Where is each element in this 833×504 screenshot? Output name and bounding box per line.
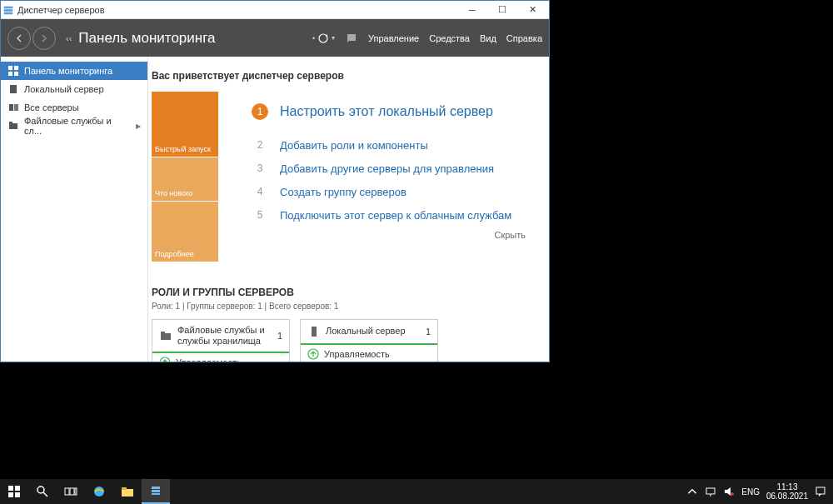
- header-bar: ‹‹ Панель мониторинга • ▾ Управление Сре…: [1, 19, 549, 57]
- refresh-dropdown[interactable]: • ▾: [312, 32, 335, 45]
- svg-rect-4: [8, 66, 12, 70]
- action-center-icon[interactable]: [815, 486, 826, 497]
- svg-rect-2: [4, 12, 13, 14]
- page-title: Панель мониторинга: [78, 30, 312, 47]
- chevron-right-icon: ▶: [136, 122, 141, 130]
- roles-subheading: Роли: 1 | Группы серверов: 1 | Всего сер…: [152, 302, 542, 311]
- sidebar-item-dashboard[interactable]: Панель мониторинга: [1, 62, 147, 80]
- menu-view[interactable]: Вид: [480, 33, 496, 43]
- step-configure-server[interactable]: 1 Настроить этот локальный сервер: [252, 100, 534, 123]
- app-icon: [2, 4, 14, 16]
- menu-help[interactable]: Справка: [506, 33, 542, 43]
- svg-rect-13: [161, 333, 171, 340]
- card-file-services[interactable]: Файловые службы и службы хранилища 1 Упр…: [152, 319, 290, 362]
- tray-chevron-icon[interactable]: [686, 486, 698, 497]
- svg-rect-9: [9, 104, 13, 111]
- svg-rect-12: [9, 122, 12, 123]
- ie-button[interactable]: [85, 479, 113, 504]
- svg-rect-16: [312, 327, 317, 337]
- task-view-button[interactable]: [57, 479, 85, 504]
- card-local-server[interactable]: Локальный сервер 1 Управляемость: [300, 319, 438, 362]
- sidebar-item-label: Панель мониторинга: [24, 66, 112, 76]
- main-content: Вас приветствует диспетчер серверов Быст…: [148, 57, 549, 362]
- svg-point-22: [37, 487, 44, 493]
- server-icon: [307, 325, 321, 338]
- sidebar-item-file-services[interactable]: Файловые службы и сл... ▶: [1, 117, 147, 135]
- dashboard-icon: [7, 65, 19, 77]
- svg-rect-6: [8, 72, 12, 76]
- files-icon: [7, 120, 19, 132]
- maximize-button[interactable]: ☐: [487, 1, 517, 19]
- svg-rect-26: [75, 488, 77, 495]
- svg-rect-1: [4, 9, 13, 12]
- menu-manage[interactable]: Управление: [368, 33, 419, 43]
- menu-tools[interactable]: Средства: [429, 33, 470, 43]
- servers-icon: [7, 102, 19, 113]
- start-button[interactable]: [0, 479, 28, 504]
- sidebar-item-all-servers[interactable]: Все серверы: [1, 98, 147, 117]
- breadcrumb-separator: ‹‹: [66, 33, 72, 43]
- tile-learn-more[interactable]: Подробнее: [152, 202, 218, 262]
- step-add-roles[interactable]: 2 Добавить роли и компоненты: [252, 133, 534, 157]
- roles-heading: РОЛИ И ГРУППЫ СЕРВЕРОВ: [152, 287, 542, 298]
- hide-link[interactable]: Скрыть: [252, 230, 534, 240]
- taskbar: ENG 11:13 06.08.2021: [0, 479, 833, 504]
- svg-rect-28: [122, 489, 133, 497]
- svg-rect-0: [4, 6, 13, 8]
- step-connect-cloud[interactable]: 5 Подключить этот сервер к облачным служ…: [252, 203, 534, 227]
- svg-rect-29: [122, 487, 127, 490]
- svg-rect-5: [14, 66, 18, 70]
- svg-rect-33: [706, 488, 715, 494]
- network-icon[interactable]: [705, 486, 716, 497]
- search-button[interactable]: [28, 479, 57, 504]
- svg-rect-32: [152, 493, 160, 495]
- sidebar-item-label: Все серверы: [24, 102, 79, 112]
- notifications-button[interactable]: [345, 32, 358, 45]
- title-bar: Диспетчер серверов ─ ☐ ✕: [1, 1, 549, 19]
- sidebar-item-label: Файловые службы и сл...: [24, 116, 131, 136]
- svg-line-23: [43, 492, 47, 497]
- server-icon: [7, 83, 19, 95]
- arrow-up-icon: [307, 348, 319, 360]
- explorer-button[interactable]: [113, 479, 142, 504]
- server-manager-window: Диспетчер серверов ─ ☐ ✕ ‹‹ Панель монит…: [0, 0, 550, 362]
- quick-start-panel: Быстрый запуск Что нового Подробнее 1 На…: [152, 92, 542, 262]
- svg-rect-21: [15, 492, 20, 497]
- arrow-up-icon: [159, 357, 171, 362]
- back-button[interactable]: [7, 27, 31, 50]
- svg-point-35: [731, 492, 734, 496]
- card-row-manageability[interactable]: Управляемость: [152, 353, 289, 362]
- volume-icon[interactable]: [723, 486, 735, 497]
- step-add-servers[interactable]: 3 Добавить другие серверы для управления: [252, 157, 534, 180]
- svg-rect-7: [14, 72, 18, 76]
- language-indicator[interactable]: ENG: [741, 487, 760, 497]
- window-title: Диспетчер серверов: [17, 5, 457, 15]
- svg-rect-10: [14, 104, 18, 111]
- close-button[interactable]: ✕: [517, 1, 547, 19]
- tile-whats-new[interactable]: Что нового: [152, 157, 218, 201]
- svg-rect-18: [8, 486, 13, 491]
- sidebar-item-label: Локальный сервер: [24, 84, 104, 94]
- svg-rect-31: [152, 490, 160, 492]
- svg-rect-19: [15, 486, 20, 491]
- card-row-manageability[interactable]: Управляемость: [301, 345, 437, 362]
- svg-rect-30: [152, 487, 160, 489]
- step-create-group[interactable]: 4 Создать группу серверов: [252, 180, 534, 203]
- sidebar: Панель мониторинга Локальный сервер Все …: [1, 57, 148, 362]
- forward-button[interactable]: [32, 27, 56, 50]
- welcome-heading: Вас приветствует диспетчер серверов: [152, 70, 542, 82]
- minimize-button[interactable]: ─: [457, 1, 487, 19]
- tile-quick-start[interactable]: Быстрый запуск: [152, 92, 218, 157]
- files-icon: [159, 329, 172, 342]
- svg-rect-36: [816, 487, 825, 494]
- svg-rect-24: [65, 488, 69, 495]
- svg-rect-14: [161, 332, 165, 333]
- svg-rect-25: [70, 488, 74, 495]
- clock[interactable]: 11:13 06.08.2021: [766, 482, 808, 501]
- server-manager-button[interactable]: [142, 479, 170, 504]
- svg-rect-8: [10, 85, 17, 93]
- svg-rect-11: [9, 123, 17, 129]
- svg-rect-20: [8, 492, 13, 497]
- sidebar-item-local-server[interactable]: Локальный сервер: [1, 80, 147, 98]
